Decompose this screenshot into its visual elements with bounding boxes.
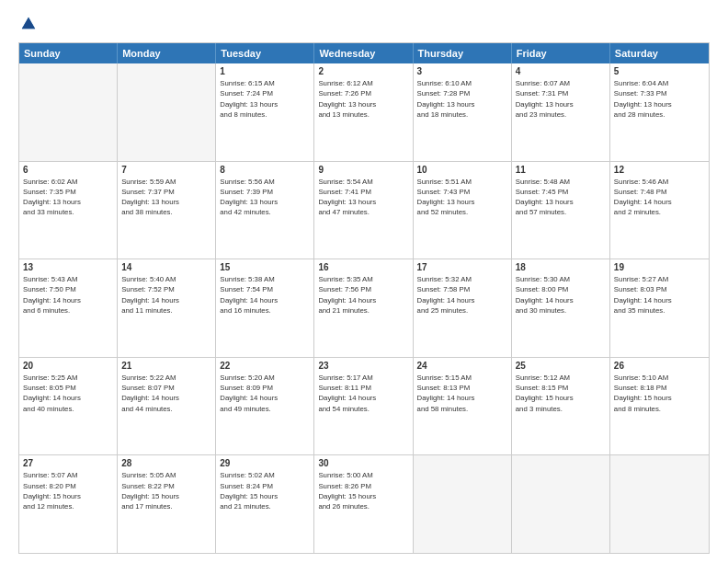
- day-number: 2: [318, 66, 408, 76]
- cell-info: Sunrise: 5:17 AMSunset: 8:11 PMDaylight:…: [318, 373, 408, 414]
- calendar: SundayMondayTuesdayWednesdayThursdayFrid…: [18, 42, 710, 554]
- day-cell-7: 7Sunrise: 5:59 AMSunset: 7:37 PMDaylight…: [118, 162, 216, 259]
- cell-info: Sunrise: 5:22 AMSunset: 8:07 PMDaylight:…: [121, 373, 211, 414]
- day-cell-12: 12Sunrise: 5:46 AMSunset: 7:48 PMDayligh…: [610, 162, 709, 259]
- day-number: 29: [220, 458, 310, 468]
- calendar-header: SundayMondayTuesdayWednesdayThursdayFrid…: [19, 43, 709, 63]
- cell-info: Sunrise: 5:54 AMSunset: 7:41 PMDaylight:…: [318, 177, 408, 218]
- cell-info: Sunrise: 5:32 AMSunset: 7:58 PMDaylight:…: [417, 274, 507, 316]
- cell-info: Sunrise: 5:07 AMSunset: 8:20 PMDaylight:…: [23, 470, 113, 511]
- day-number: 6: [23, 165, 113, 175]
- day-number: 16: [318, 262, 408, 272]
- day-number: 18: [516, 262, 606, 272]
- cell-info: Sunrise: 5:56 AMSunset: 7:39 PMDaylight:…: [220, 177, 310, 218]
- day-number: 14: [121, 262, 211, 272]
- day-number: 15: [220, 262, 310, 272]
- day-number: 26: [614, 361, 705, 371]
- day-number: 20: [23, 361, 113, 371]
- day-cell-23: 23Sunrise: 5:17 AMSunset: 8:11 PMDayligh…: [314, 358, 413, 455]
- empty-cell-0-0: [19, 63, 118, 161]
- calendar-row-4: 20Sunrise: 5:25 AMSunset: 8:05 PMDayligh…: [19, 357, 709, 455]
- cell-info: Sunrise: 5:25 AMSunset: 8:05 PMDaylight:…: [23, 373, 113, 414]
- cell-info: Sunrise: 6:15 AMSunset: 7:24 PMDaylight:…: [220, 78, 310, 120]
- day-cell-29: 29Sunrise: 5:02 AMSunset: 8:24 PMDayligh…: [216, 455, 314, 553]
- day-cell-13: 13Sunrise: 5:43 AMSunset: 7:50 PMDayligh…: [19, 259, 118, 357]
- cell-info: Sunrise: 5:30 AMSunset: 8:00 PMDaylight:…: [516, 274, 606, 316]
- day-cell-5: 5Sunrise: 6:04 AMSunset: 7:33 PMDaylight…: [610, 63, 709, 161]
- calendar-row-1: 1Sunrise: 6:15 AMSunset: 7:24 PMDaylight…: [19, 63, 709, 161]
- day-number: 30: [318, 458, 408, 468]
- day-cell-20: 20Sunrise: 5:25 AMSunset: 8:05 PMDayligh…: [19, 358, 118, 455]
- logo-icon: [20, 15, 37, 31]
- day-number: 9: [318, 165, 408, 175]
- day-number: 22: [220, 361, 310, 371]
- cell-info: Sunrise: 5:35 AMSunset: 7:56 PMDaylight:…: [318, 274, 408, 316]
- empty-cell-4-5: [512, 455, 610, 553]
- cell-info: Sunrise: 5:46 AMSunset: 7:48 PMDaylight:…: [614, 177, 705, 218]
- svg-marker-1: [22, 17, 35, 29]
- day-cell-10: 10Sunrise: 5:51 AMSunset: 7:43 PMDayligh…: [414, 162, 512, 259]
- page: SundayMondayTuesdayWednesdayThursdayFrid…: [0, 0, 728, 563]
- cell-info: Sunrise: 5:10 AMSunset: 8:18 PMDaylight:…: [614, 373, 705, 414]
- cell-info: Sunrise: 5:27 AMSunset: 8:03 PMDaylight:…: [614, 274, 705, 316]
- day-number: 3: [417, 66, 507, 76]
- day-cell-3: 3Sunrise: 6:10 AMSunset: 7:28 PMDaylight…: [414, 63, 512, 161]
- day-number: 21: [121, 361, 211, 371]
- cell-info: Sunrise: 5:59 AMSunset: 7:37 PMDaylight:…: [121, 177, 211, 218]
- day-number: 11: [516, 165, 606, 175]
- day-cell-15: 15Sunrise: 5:38 AMSunset: 7:54 PMDayligh…: [216, 259, 314, 357]
- cell-info: Sunrise: 5:02 AMSunset: 8:24 PMDaylight:…: [220, 470, 310, 511]
- day-cell-24: 24Sunrise: 5:15 AMSunset: 8:13 PMDayligh…: [414, 358, 512, 455]
- day-cell-9: 9Sunrise: 5:54 AMSunset: 7:41 PMDaylight…: [314, 162, 413, 259]
- day-cell-18: 18Sunrise: 5:30 AMSunset: 8:00 PMDayligh…: [512, 259, 610, 357]
- day-number: 19: [614, 262, 705, 272]
- cell-info: Sunrise: 5:00 AMSunset: 8:26 PMDaylight:…: [318, 470, 408, 511]
- day-number: 7: [121, 165, 211, 175]
- cell-info: Sunrise: 5:51 AMSunset: 7:43 PMDaylight:…: [417, 177, 507, 218]
- day-cell-14: 14Sunrise: 5:40 AMSunset: 7:52 PMDayligh…: [118, 259, 216, 357]
- empty-cell-4-4: [414, 455, 512, 553]
- header-day-wednesday: Wednesday: [314, 43, 413, 63]
- calendar-row-5: 27Sunrise: 5:07 AMSunset: 8:20 PMDayligh…: [19, 454, 709, 553]
- cell-info: Sunrise: 6:12 AMSunset: 7:26 PMDaylight:…: [318, 78, 408, 120]
- cell-info: Sunrise: 5:43 AMSunset: 7:50 PMDaylight:…: [23, 274, 113, 316]
- day-cell-8: 8Sunrise: 5:56 AMSunset: 7:39 PMDaylight…: [216, 162, 314, 259]
- day-number: 4: [516, 66, 606, 76]
- cell-info: Sunrise: 5:40 AMSunset: 7:52 PMDaylight:…: [121, 274, 211, 316]
- header: [18, 17, 710, 33]
- day-number: 24: [417, 361, 507, 371]
- logo: [18, 17, 37, 33]
- day-cell-16: 16Sunrise: 5:35 AMSunset: 7:56 PMDayligh…: [314, 259, 413, 357]
- empty-cell-4-6: [610, 455, 709, 553]
- cell-info: Sunrise: 6:02 AMSunset: 7:35 PMDaylight:…: [23, 177, 113, 218]
- day-number: 10: [417, 165, 507, 175]
- day-cell-2: 2Sunrise: 6:12 AMSunset: 7:26 PMDaylight…: [314, 63, 413, 161]
- empty-cell-0-1: [118, 63, 216, 161]
- header-day-saturday: Saturday: [610, 43, 709, 63]
- cell-info: Sunrise: 5:15 AMSunset: 8:13 PMDaylight:…: [417, 373, 507, 414]
- day-number: 17: [417, 262, 507, 272]
- day-number: 27: [23, 458, 113, 468]
- day-number: 25: [516, 361, 606, 371]
- day-cell-6: 6Sunrise: 6:02 AMSunset: 7:35 PMDaylight…: [19, 162, 118, 259]
- header-day-tuesday: Tuesday: [216, 43, 314, 63]
- day-cell-28: 28Sunrise: 5:05 AMSunset: 8:22 PMDayligh…: [118, 455, 216, 553]
- calendar-row-3: 13Sunrise: 5:43 AMSunset: 7:50 PMDayligh…: [19, 259, 709, 357]
- day-cell-26: 26Sunrise: 5:10 AMSunset: 8:18 PMDayligh…: [610, 358, 709, 455]
- cell-info: Sunrise: 5:05 AMSunset: 8:22 PMDaylight:…: [121, 470, 211, 511]
- day-cell-11: 11Sunrise: 5:48 AMSunset: 7:45 PMDayligh…: [512, 162, 610, 259]
- day-number: 23: [318, 361, 408, 371]
- cell-info: Sunrise: 5:48 AMSunset: 7:45 PMDaylight:…: [516, 177, 606, 218]
- cell-info: Sunrise: 6:10 AMSunset: 7:28 PMDaylight:…: [417, 78, 507, 120]
- cell-info: Sunrise: 5:12 AMSunset: 8:15 PMDaylight:…: [516, 373, 606, 414]
- day-cell-19: 19Sunrise: 5:27 AMSunset: 8:03 PMDayligh…: [610, 259, 709, 357]
- cell-info: Sunrise: 6:04 AMSunset: 7:33 PMDaylight:…: [614, 78, 705, 120]
- day-cell-27: 27Sunrise: 5:07 AMSunset: 8:20 PMDayligh…: [19, 455, 118, 553]
- day-number: 1: [220, 66, 310, 76]
- header-day-friday: Friday: [512, 43, 610, 63]
- header-day-sunday: Sunday: [19, 43, 118, 63]
- day-number: 12: [614, 165, 705, 175]
- day-number: 28: [121, 458, 211, 468]
- day-cell-30: 30Sunrise: 5:00 AMSunset: 8:26 PMDayligh…: [314, 455, 413, 553]
- cell-info: Sunrise: 6:07 AMSunset: 7:31 PMDaylight:…: [516, 78, 606, 120]
